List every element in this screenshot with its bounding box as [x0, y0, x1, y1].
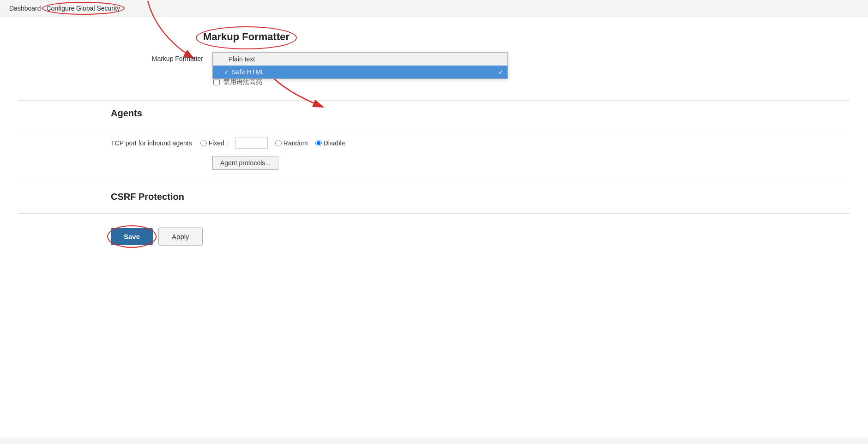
agents-row: TCP port for inbound agents Fixed : Rand… [111, 138, 850, 149]
disable-label: Disable [324, 139, 345, 147]
csrf-title: CSRF Protection [111, 192, 850, 202]
save-button[interactable]: Save [111, 228, 153, 245]
plain-text-label: Plain text [229, 55, 255, 63]
agents-section: Agents TCP port for inbound agents Fixed… [18, 100, 850, 170]
agents-divider2 [18, 130, 850, 130]
csrf-divider [18, 184, 850, 184]
breadcrumb-dashboard[interactable]: Dashboard [9, 5, 41, 12]
fixed-radio-item[interactable]: Fixed : [200, 139, 228, 147]
button-row: Save Apply [111, 228, 850, 246]
csrf-section: CSRF Protection [18, 184, 850, 214]
safe-html-check: ✓ [224, 69, 229, 76]
disable-syntax-highlight-checkbox[interactable] [213, 79, 220, 85]
fixed-label: Fixed [209, 139, 224, 147]
csrf-divider2 [18, 213, 850, 214]
formatter-row: Markup Formatter Plain text ✓ Safe HTML [111, 52, 850, 62]
agents-divider [18, 100, 850, 101]
disable-syntax-highlight-label: 禁用语法高亮 [223, 78, 262, 86]
formatter-label: Markup Formatter [111, 52, 203, 62]
fixed-colon: : [226, 139, 228, 147]
fixed-radio[interactable] [200, 140, 207, 146]
disable-radio[interactable] [315, 140, 322, 146]
plain-text-check [224, 56, 226, 63]
markup-formatter-heading-wrapper: Markup Formatter [203, 31, 289, 45]
agents-title: Agents [111, 108, 850, 119]
dropdown-option-plain-text[interactable]: Plain text [213, 53, 507, 66]
breadcrumb-current: Configure Global Security [47, 5, 121, 12]
agent-protocols-button[interactable]: Agent protocols... [212, 156, 278, 170]
dropdown-option-safe-html[interactable]: ✓ Safe HTML ✓ [213, 66, 507, 78]
breadcrumb-bar: Dashboard Configure Global Security [0, 0, 868, 17]
disable-radio-item[interactable]: Disable [315, 139, 345, 147]
random-radio[interactable] [275, 140, 282, 146]
formatter-section: Markup Formatter Plain text ✓ Safe HTML [111, 52, 850, 86]
markup-formatter-heading: Markup Formatter [203, 31, 289, 43]
safe-html-right-check: ✓ [498, 68, 504, 76]
apply-button[interactable]: Apply [158, 228, 203, 246]
tcp-port-label: TCP port for inbound agents [111, 139, 192, 147]
page-wrapper: Dashboard Configure Global Security Mark… [0, 0, 868, 438]
port-input[interactable] [235, 138, 268, 149]
checkbox-row: 禁用语法高亮 [213, 78, 850, 86]
main-content: Markup Formatter Markup Formatter Plain … [0, 17, 868, 438]
random-label: Random [283, 139, 308, 147]
dropdown-open[interactable]: Plain text ✓ Safe HTML ✓ [212, 52, 508, 79]
random-radio-item[interactable]: Random [275, 139, 308, 147]
radio-group: Fixed : Random Disable [200, 138, 345, 149]
safe-html-label: Safe HTML [232, 68, 265, 76]
